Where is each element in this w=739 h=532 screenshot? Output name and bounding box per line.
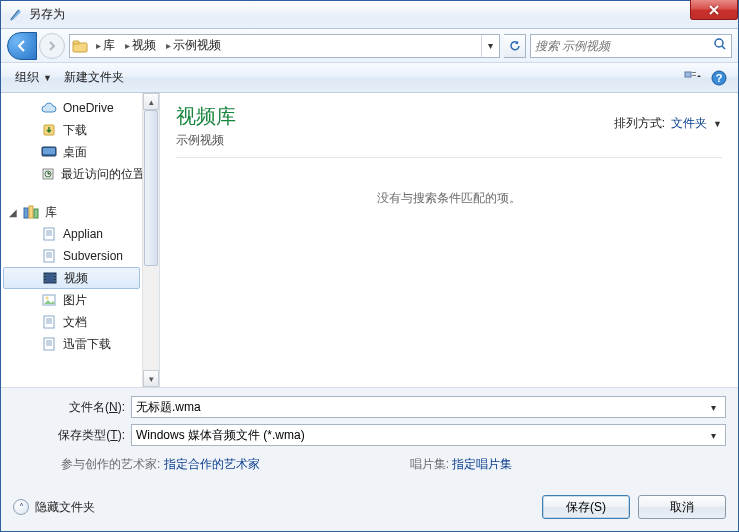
doc-icon: [41, 336, 57, 352]
svg-rect-10: [43, 148, 55, 154]
svg-point-22: [45, 278, 46, 279]
tree-videos[interactable]: 视频: [3, 267, 140, 289]
filename-row: 文件名(N): ▾: [13, 396, 726, 418]
filename-label: 文件名(N):: [13, 399, 131, 416]
library-subtitle: 示例视频: [176, 132, 236, 149]
tree-documents[interactable]: 文档: [1, 311, 142, 333]
svg-point-2: [715, 39, 723, 47]
svg-rect-13: [24, 208, 28, 218]
sort-value-link[interactable]: 文件夹: [671, 115, 707, 132]
svg-rect-4: [692, 72, 696, 73]
svg-point-6: [712, 71, 726, 85]
chevron-down-icon[interactable]: ▾: [705, 402, 721, 413]
address-dropdown[interactable]: ▾: [481, 35, 499, 57]
artist-label: 参与创作的艺术家:: [61, 457, 160, 471]
svg-text:?: ?: [716, 72, 723, 84]
chevron-down-icon[interactable]: ▾: [705, 430, 721, 441]
svg-rect-14: [29, 206, 33, 218]
breadcrumb-segment[interactable]: ▸视频: [119, 35, 160, 57]
search-input[interactable]: [535, 39, 713, 53]
svg-rect-8: [44, 125, 54, 135]
bottom-panel: 文件名(N): ▾ 保存类型(T): Windows 媒体音频文件 (*.wma…: [1, 387, 738, 485]
expander-icon[interactable]: ◢: [7, 207, 18, 218]
forward-button[interactable]: [39, 33, 65, 59]
hide-folders-toggle[interactable]: ˄ 隐藏文件夹: [13, 499, 95, 516]
tree-xunlei[interactable]: 迅雷下载: [1, 333, 142, 355]
svg-rect-15: [34, 209, 38, 218]
main-area: OneDrive 下载 桌面 最近访问的位置 ◢ 库 Applian Subve…: [1, 93, 738, 387]
empty-message: 没有与搜索条件匹配的项。: [176, 158, 722, 387]
artist-link[interactable]: 指定合作的艺术家: [164, 457, 260, 471]
tree-downloads[interactable]: 下载: [1, 119, 142, 141]
svg-rect-30: [44, 338, 54, 350]
scroll-thumb[interactable]: [144, 110, 158, 266]
sort-label: 排列方式:: [614, 115, 665, 132]
breadcrumb-label: 视频: [132, 37, 156, 54]
address-bar[interactable]: ▸库 ▸视频 ▸示例视频 ▾: [69, 34, 500, 58]
tree-recent[interactable]: 最近访问的位置: [1, 163, 142, 185]
metadata-row: 参与创作的艺术家: 指定合作的艺术家 唱片集: 指定唱片集: [13, 452, 726, 477]
save-as-dialog: 另存为 ▸库 ▸视频 ▸示例视频 ▾: [0, 0, 739, 532]
new-folder-button[interactable]: 新建文件夹: [58, 63, 130, 92]
chevron-down-icon[interactable]: ▼: [713, 119, 722, 129]
titlebar: 另存为: [1, 1, 738, 29]
picture-icon: [41, 292, 57, 308]
doc-icon: [41, 314, 57, 330]
filetype-label: 保存类型(T):: [13, 427, 131, 444]
svg-rect-18: [44, 273, 56, 283]
svg-rect-1: [73, 41, 79, 44]
album-link[interactable]: 指定唱片集: [452, 457, 512, 471]
folder-tree: OneDrive 下载 桌面 最近访问的位置 ◢ 库 Applian Subve…: [1, 93, 142, 359]
toolbar: 组织▼ 新建文件夹 ?: [1, 63, 738, 93]
svg-point-21: [45, 275, 46, 276]
tree-subversion[interactable]: Subversion: [1, 245, 142, 267]
breadcrumb-segment[interactable]: ▸示例视频: [160, 35, 225, 57]
scroll-track[interactable]: [143, 110, 159, 370]
svg-point-12: [45, 171, 51, 177]
scroll-up[interactable]: ▴: [143, 93, 159, 110]
download-icon: [41, 122, 57, 138]
folder-icon: [70, 39, 90, 53]
video-icon: [42, 270, 58, 286]
tree-desktop[interactable]: 桌面: [1, 141, 142, 163]
organize-menu[interactable]: 组织▼: [9, 63, 58, 92]
organize-label: 组织: [15, 69, 39, 86]
save-button[interactable]: 保存(S): [542, 495, 630, 519]
library-header: 视频库 示例视频 排列方式: 文件夹 ▼: [176, 103, 722, 158]
filetype-row: 保存类型(T): Windows 媒体音频文件 (*.wma) ▾: [13, 424, 726, 446]
close-button[interactable]: [690, 0, 738, 20]
refresh-button[interactable]: [504, 34, 526, 58]
content-pane: 视频库 示例视频 排列方式: 文件夹 ▼ 没有与搜索条件匹配的项。: [159, 93, 738, 387]
scroll-down[interactable]: ▾: [143, 370, 159, 387]
svg-rect-29: [44, 316, 54, 328]
hide-folders-label: 隐藏文件夹: [35, 499, 95, 516]
back-button[interactable]: [7, 32, 37, 60]
cancel-button[interactable]: 取消: [638, 495, 726, 519]
chevron-down-icon: ▼: [43, 73, 52, 83]
svg-rect-5: [692, 75, 696, 76]
svg-rect-17: [44, 250, 54, 262]
tree-libraries[interactable]: ◢ 库: [1, 201, 142, 223]
svg-rect-19: [44, 273, 46, 283]
filename-input[interactable]: [136, 400, 705, 414]
library-icon: [23, 204, 39, 220]
desktop-icon: [41, 144, 57, 160]
tree-onedrive[interactable]: OneDrive: [1, 97, 142, 119]
filetype-combo[interactable]: Windows 媒体音频文件 (*.wma) ▾: [131, 424, 726, 446]
help-button[interactable]: ?: [708, 67, 730, 89]
footer: ˄ 隐藏文件夹 保存(S) 取消: [1, 485, 738, 531]
view-options-button[interactable]: [682, 67, 704, 89]
search-icon: [713, 37, 727, 55]
svg-rect-0: [73, 43, 87, 52]
tree-applian[interactable]: Applian: [1, 223, 142, 245]
svg-rect-16: [44, 228, 54, 240]
sidebar-scrollbar[interactable]: ▴ ▾: [142, 93, 159, 387]
svg-rect-27: [43, 295, 55, 305]
breadcrumb-label: 库: [103, 37, 115, 54]
filename-combo[interactable]: ▾: [131, 396, 726, 418]
svg-rect-9: [42, 147, 56, 156]
search-box[interactable]: [530, 34, 732, 58]
breadcrumb-segment[interactable]: ▸库: [90, 35, 119, 57]
tree-pictures[interactable]: 图片: [1, 289, 142, 311]
svg-point-24: [55, 275, 56, 276]
